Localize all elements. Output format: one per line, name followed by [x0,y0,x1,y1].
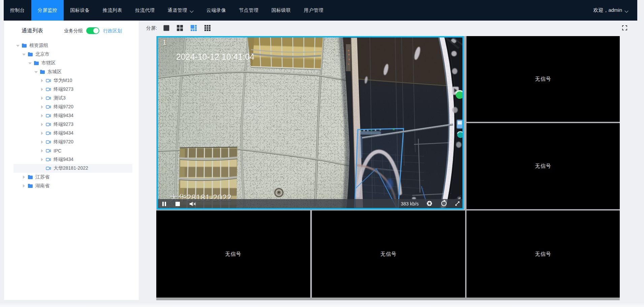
svg-text:383 kb/s: 383 kb/s [401,201,419,206]
svg-text:1: 1 [163,38,167,46]
svg-text:2024-10-12 10:41:04: 2024-10-12 10:41:04 [176,52,254,61]
